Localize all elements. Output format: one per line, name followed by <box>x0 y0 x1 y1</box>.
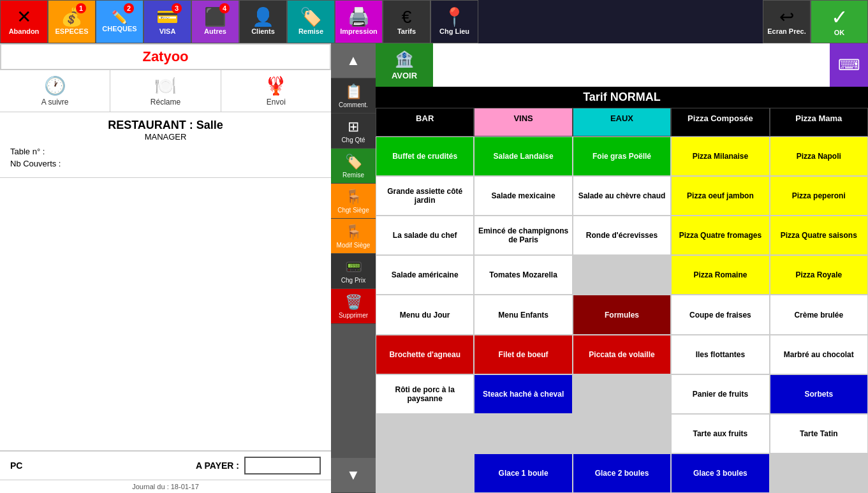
chg-prix-icon: 📟 <box>345 259 362 276</box>
menu-cell-r0-c3[interactable]: Pizza Milanaise <box>671 136 769 176</box>
cheques-label: CHEQUES <box>102 25 136 33</box>
avoir-row: 🏦 AVOIR ⌨ <box>376 43 868 87</box>
menu-cell-r2-c3[interactable]: Pizza Quatre fromages <box>671 216 769 255</box>
a-suivre-button[interactable]: 🕐 A suivre <box>0 70 110 112</box>
chg-lieu-button[interactable]: 📍 Chg Lieu <box>430 0 478 43</box>
abandon-button[interactable]: ✕ Abandon <box>0 0 48 43</box>
scroll-down-button[interactable]: ▼ <box>331 458 376 493</box>
menu-cell-r4-c3[interactable]: Coupe de fraises <box>671 295 769 334</box>
tarif-header: Tarif NORMAL <box>376 87 868 108</box>
especes-button[interactable]: 1 💰 ESPECES <box>48 0 96 43</box>
menu-cell-r7-c0 <box>376 414 474 453</box>
menu-cell-r4-c2[interactable]: Formules <box>573 295 671 334</box>
menu-cell-r1-c1[interactable]: Salade mexicaine <box>474 176 572 216</box>
menu-cell-r5-c1[interactable]: Filet de boeuf <box>474 335 572 374</box>
menu-cell-r5-c0[interactable]: Brochette d'agneau <box>376 335 474 374</box>
chgt-siege-icon: 🪑 <box>345 189 362 205</box>
menu-cell-r4-c1[interactable]: Menu Enfants <box>474 295 572 334</box>
visa-button[interactable]: 3 💳 VISA <box>143 0 191 43</box>
menu-cell-r7-c4[interactable]: Tarte Tatin <box>770 414 868 453</box>
menu-cell-r8-c4 <box>770 453 868 493</box>
chg-lieu-label: Chg Lieu <box>439 27 469 35</box>
abandon-label: Abandon <box>9 27 40 35</box>
menu-cell-r0-c2[interactable]: Foie gras Poëllé <box>573 136 671 176</box>
col-header-bar: BAR <box>376 108 474 136</box>
autres-label: Autres <box>204 27 226 35</box>
supprimer-button[interactable]: 🗑️ Supprimer <box>331 289 376 324</box>
autres-button[interactable]: 4 ⬛ Autres <box>191 0 239 43</box>
cheques-button[interactable]: 2 ✏️ CHEQUES <box>96 0 143 43</box>
tarifs-button[interactable]: € Tarifs <box>383 0 430 43</box>
comment-icon: 📋 <box>345 84 362 100</box>
menu-cell-r8-c3[interactable]: Glace 3 boules <box>671 453 769 493</box>
chg-qte-label: Chg Qté <box>341 136 365 143</box>
scroll-up-button[interactable]: ▲ <box>331 43 376 78</box>
modif-siege-button[interactable]: 🪑 Modif Siège <box>331 219 376 254</box>
menu-cell-r4-c0[interactable]: Menu du Jour <box>376 295 474 334</box>
avoir-button[interactable]: 🏦 AVOIR <box>376 43 433 87</box>
ok-button[interactable]: ✓ OK <box>811 0 868 43</box>
comment-button[interactable]: 📋 Comment. <box>331 78 376 114</box>
ecran-prec-button[interactable]: ↩ Ecran Prec. <box>763 0 811 43</box>
col-header-eaux: EAUX <box>573 108 671 136</box>
menu-cell-r5-c2[interactable]: Piccata de volaille <box>573 335 671 374</box>
chg-qte-button[interactable]: ⊞ Chg Qté <box>331 114 376 149</box>
scroll-down-icon: ▼ <box>346 467 360 483</box>
menu-cell-r8-c0 <box>376 453 474 493</box>
menu-cell-r8-c2[interactable]: Glace 2 boules <box>573 453 671 493</box>
menu-cell-r0-c0[interactable]: Buffet de crudités <box>376 136 474 176</box>
menu-cell-r2-c4[interactable]: Pizza Quatre saisons <box>770 216 868 255</box>
menu-cell-r6-c0[interactable]: Rôti de porc à la paysanne <box>376 374 474 414</box>
brand-name: Zatyoo <box>142 48 188 64</box>
menu-cell-r3-c4[interactable]: Pizza Royale <box>770 255 868 295</box>
impression-button[interactable]: 🖨️ Impression <box>335 0 383 43</box>
clients-label: Clients <box>251 27 275 35</box>
menu-cell-r1-c0[interactable]: Grande assiette côté jardin <box>376 176 474 216</box>
menu-cell-r5-c4[interactable]: Marbré au chocolat <box>770 335 868 374</box>
chgt-siege-button[interactable]: 🪑 Chgt Siège <box>331 184 376 219</box>
remise-cs-button[interactable]: 🏷️ Remise <box>331 149 376 184</box>
menu-cell-r0-c4[interactable]: Pizza Napoli <box>770 136 868 176</box>
envoi-button[interactable]: 🦞 Envoi <box>221 70 331 112</box>
menu-cell-r4-c4[interactable]: Crème brulée <box>770 295 868 334</box>
ok-label: OK <box>834 29 845 36</box>
couverts-field: Nb Couverts : <box>10 159 321 168</box>
brand-bar: Zatyoo <box>0 43 331 70</box>
menu-cell-r5-c3[interactable]: Iles flottantes <box>671 335 769 374</box>
toolbar-spacer <box>478 0 763 43</box>
menu-cell-r2-c0[interactable]: La salade du chef <box>376 216 474 255</box>
menu-cell-r3-c0[interactable]: Salade américaine <box>376 255 474 295</box>
col-header-pizza-mama: Pizza Mama <box>770 108 868 136</box>
pc-label: PC <box>10 460 22 471</box>
menu-cell-r8-c1[interactable]: Glace 1 boule <box>474 453 572 493</box>
menu-cell-r6-c4[interactable]: Sorbets <box>770 374 868 414</box>
menu-cell-r7-c3[interactable]: Tarte aux fruits <box>671 414 769 453</box>
keyboard-button[interactable]: ⌨ <box>830 43 868 87</box>
reclame-button[interactable]: 🍽️ Réclame <box>110 70 221 112</box>
clients-button[interactable]: 👤 Clients <box>239 0 287 43</box>
clients-icon: 👤 <box>252 8 274 26</box>
tarifs-icon: € <box>402 8 412 26</box>
menu-cell-r1-c4[interactable]: Pizza peperoni <box>770 176 868 216</box>
menu-cell-r3-c3[interactable]: Pizza Romaine <box>671 255 769 295</box>
autres-badge: 4 <box>219 3 230 13</box>
comment-label: Comment. <box>339 101 368 108</box>
especes-badge: 1 <box>76 3 86 13</box>
ok-icon: ✓ <box>831 7 848 27</box>
supprimer-icon: 🗑️ <box>345 294 362 311</box>
col-header-pizza-composee: Pizza Composée <box>671 108 769 136</box>
menu-cell-r1-c3[interactable]: Pizza oeuf jambon <box>671 176 769 216</box>
menu-cell-r2-c1[interactable]: Emincé de champignons de Paris <box>474 216 572 255</box>
chg-prix-button[interactable]: 📟 Chg Prix <box>331 254 376 289</box>
menu-cell-r6-c1[interactable]: Steack haché à cheval <box>474 374 572 414</box>
impression-icon: 🖨️ <box>348 8 370 26</box>
pay-row: A PAYER : <box>196 457 321 475</box>
menu-cell-r2-c2[interactable]: Ronde d'écrevisses <box>573 216 671 255</box>
menu-cell-r6-c3[interactable]: Panier de fruits <box>671 374 769 414</box>
menu-cell-r1-c2[interactable]: Salade au chèvre chaud <box>573 176 671 216</box>
menu-cell-r0-c1[interactable]: Salade Landaise <box>474 136 572 176</box>
table-field: Table n° : <box>10 147 321 156</box>
pay-input[interactable] <box>244 457 321 475</box>
remise-button[interactable]: 🏷️ Remise <box>287 0 335 43</box>
menu-cell-r3-c1[interactable]: Tomates Mozarella <box>474 255 572 295</box>
